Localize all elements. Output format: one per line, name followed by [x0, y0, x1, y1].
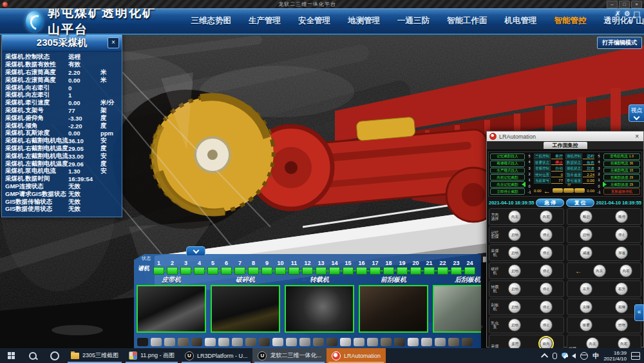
channel-cell[interactable]: 15 [341, 260, 355, 275]
panel-collapse-tab[interactable]: « [634, 304, 644, 321]
minimize-button[interactable]: – [607, 1, 618, 8]
estop-button[interactable]: 急 停 [536, 199, 564, 207]
nav-item[interactable]: 一通三防 [397, 15, 430, 26]
round-button[interactable]: 启动 [580, 228, 592, 241]
channel-cell[interactable]: 10 [274, 260, 287, 275]
camera-thumb[interactable] [205, 338, 216, 346]
tray-expand-icon[interactable] [541, 353, 548, 360]
lra-mode-button[interactable]: 记忆截割投入 [490, 153, 525, 160]
channel-cell[interactable]: 21 [422, 260, 436, 275]
mine-3d-scene[interactable]: 视点 2305采煤机 × 采煤机.控制状态远程采煤机.数据有效性有效采煤机.右滚… [0, 34, 644, 348]
camera-feed[interactable] [359, 285, 428, 333]
channel-cell[interactable]: 11 [287, 260, 301, 275]
lra-telemetry-button[interactable]: 右截割温度29 [603, 174, 640, 181]
camera-feed[interactable] [285, 285, 354, 333]
round-button[interactable]: 启动 [508, 264, 521, 277]
round-button[interactable]: 向左 [586, 337, 599, 348]
camera-thumb[interactable] [313, 338, 324, 346]
round-button[interactable]: 向左 [593, 264, 606, 277]
channel-cell[interactable]: 13 [314, 260, 328, 275]
camera-thumb[interactable] [354, 338, 365, 346]
round-button[interactable]: 左降 [580, 300, 592, 313]
taskbar-app[interactable]: 11.png - 画图 [124, 348, 180, 363]
task-view-button[interactable] [44, 348, 66, 363]
window-restore-icon[interactable]: □ [634, 10, 640, 18]
camera-feed[interactable] [433, 285, 481, 333]
channel-cell[interactable]: 4 [193, 260, 206, 275]
nav-item[interactable]: 生产管理 [249, 15, 281, 26]
nav-item[interactable]: 三维态势图 [191, 15, 232, 26]
round-button[interactable]: 顺启 [580, 210, 592, 223]
speaker-icon[interactable] [572, 353, 576, 358]
round-button[interactable]: 双向 [540, 337, 553, 348]
camera-thumb[interactable] [245, 338, 256, 346]
round-button[interactable]: 减速 [580, 246, 592, 259]
network-icon[interactable] [580, 352, 588, 360]
maximize-button[interactable]: □ [619, 1, 630, 8]
round-button[interactable]: 启动 [508, 282, 521, 295]
lra-telemetry-button[interactable]: 泵电机电流1.3 [603, 153, 640, 160]
round-button[interactable]: 启动 [508, 246, 521, 259]
round-button[interactable]: 停止 [540, 228, 553, 241]
camera-thumb[interactable] [232, 338, 243, 346]
channel-cell[interactable]: 17 [368, 260, 382, 275]
round-button[interactable]: 停止 [540, 300, 553, 313]
channel-cell[interactable]: 3 [179, 260, 193, 275]
camera-thumb[interactable] [327, 338, 337, 346]
action-center-icon[interactable] [631, 352, 640, 360]
round-button[interactable]: 照明 [615, 319, 628, 331]
round-button[interactable]: 遥控 [508, 337, 521, 348]
round-button[interactable]: 左升 [580, 282, 592, 295]
round-button[interactable]: 向右 [618, 337, 630, 348]
round-button[interactable]: 向右 [540, 210, 553, 223]
camera-thumb[interactable] [394, 338, 405, 346]
channel-cell[interactable]: 16 [355, 260, 368, 275]
start-button[interactable] [0, 348, 22, 363]
channel-cell[interactable]: 14 [328, 260, 341, 275]
round-button[interactable]: 停止 [615, 228, 628, 241]
lra-mode-button[interactable]: 检修模式投入 [490, 161, 525, 167]
round-button[interactable]: 向左 [508, 210, 521, 223]
tab-workface-control[interactable]: 工作面集控 [544, 142, 587, 149]
nav-item[interactable]: 智能工作面 [447, 15, 488, 26]
channel-cell[interactable]: 22 [436, 260, 450, 275]
camera-thumb[interactable] [272, 338, 283, 346]
lra-telemetry-button[interactable]: 左截割温度29 [603, 181, 640, 188]
channel-cell[interactable]: 5 [206, 260, 220, 275]
camera-thumb[interactable] [299, 338, 310, 346]
lra-mode-button[interactable]: 向左记忆截割 [490, 181, 525, 188]
microphone-icon[interactable] [553, 353, 557, 359]
close-icon[interactable]: × [108, 37, 119, 48]
taskbar-app[interactable]: ULR3DPlatform - U... [180, 348, 253, 363]
channel-cell[interactable]: 24 [463, 260, 477, 275]
camera-feed[interactable] [211, 285, 280, 333]
round-button[interactable]: 停止 [540, 319, 553, 331]
camera-thumb[interactable] [381, 338, 392, 346]
channel-cell[interactable]: 7 [233, 260, 247, 275]
open-edit-mode-button[interactable]: 打开编辑模式 [597, 37, 642, 49]
tools-icon[interactable]: ✗ [615, 10, 621, 18]
channel-cell[interactable]: 12 [301, 260, 314, 275]
lra-telemetry-button[interactable]: 右截割电流36 [603, 161, 640, 167]
channel-cell[interactable]: 18 [382, 260, 395, 275]
camera-thumb[interactable] [286, 338, 297, 346]
camera-thumb[interactable] [462, 338, 473, 346]
viewpoint-tab[interactable]: 视点 [629, 104, 644, 122]
round-button[interactable]: 顺停 [615, 210, 628, 223]
round-button[interactable]: 启动 [508, 300, 521, 313]
channel-cell[interactable]: 23 [450, 260, 463, 275]
camera-feed[interactable] [137, 285, 206, 333]
round-button[interactable]: 启动 [508, 228, 521, 241]
camera-thumb[interactable] [367, 338, 378, 346]
round-button[interactable]: 停止 [540, 282, 553, 295]
camera-thumb[interactable] [421, 338, 432, 346]
lra-mode-button[interactable]: 向右记忆截割 [490, 174, 525, 181]
gas-trip-button[interactable]: 瓦斯超限停机 [603, 188, 640, 195]
round-button[interactable]: 停止 [540, 264, 553, 277]
settings-gear-icon[interactable]: ⚙ [624, 10, 630, 18]
lra-mode-button[interactable]: 立即停止截割 [490, 188, 525, 195]
channel-cell[interactable]: 2 [166, 260, 179, 275]
channel-cell[interactable]: 6 [220, 260, 233, 275]
taskbar-app[interactable]: U龙软二三维一体化... [252, 348, 327, 363]
round-button[interactable]: 右升 [615, 282, 628, 295]
